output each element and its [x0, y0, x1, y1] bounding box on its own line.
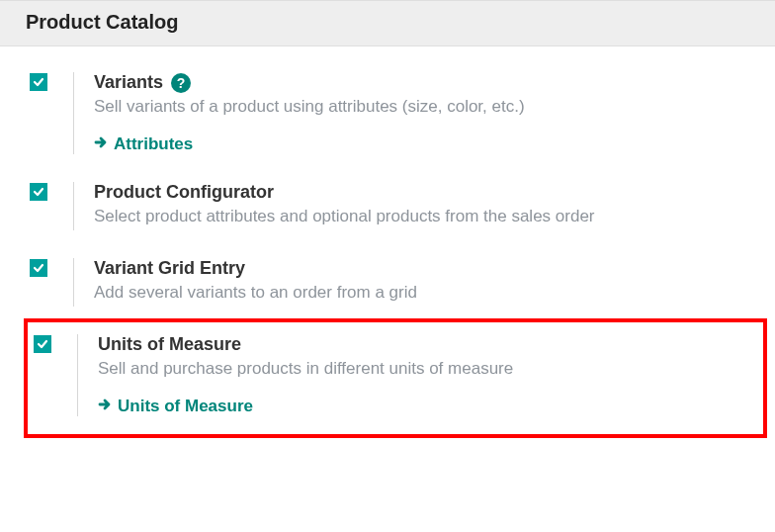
checkbox-variants[interactable] [30, 73, 47, 91]
settings-page: Product Catalog Variants ? Sell variants… [0, 0, 775, 454]
setting-title: Variant Grid Entry [94, 258, 245, 279]
check-icon [33, 76, 44, 88]
setting-title: Variants [94, 72, 163, 93]
setting-description: Sell and purchase products in different … [98, 359, 753, 379]
link-label: Units of Measure [118, 397, 253, 416]
vertical-divider [73, 258, 74, 307]
setting-description: Select product attributes and optional p… [94, 207, 761, 226]
check-icon [33, 262, 44, 274]
arrow-right-icon [94, 134, 108, 154]
setting-row-variant-grid-entry: Variant Grid Entry Add several variants … [24, 242, 767, 318]
settings-list: Variants ? Sell variants of a product us… [0, 46, 775, 454]
link-label: Attributes [114, 134, 193, 154]
setting-title: Product Configurator [94, 182, 274, 203]
setting-title-row: Variant Grid Entry [94, 258, 761, 279]
setting-title-row: Variants ? [94, 72, 761, 93]
link-attributes[interactable]: Attributes [94, 134, 193, 154]
link-units-of-measure[interactable]: Units of Measure [98, 397, 253, 416]
checkbox-product-configurator[interactable] [30, 183, 47, 201]
setting-content: Units of Measure Sell and purchase produ… [98, 334, 753, 416]
check-icon [37, 338, 48, 350]
vertical-divider [77, 334, 78, 416]
setting-row-product-configurator: Product Configurator Select product attr… [24, 166, 767, 242]
setting-content: Variants ? Sell variants of a product us… [94, 72, 761, 154]
setting-row-units-of-measure: Units of Measure Sell and purchase produ… [28, 322, 759, 434]
checkbox-units-of-measure[interactable] [34, 335, 51, 353]
checkbox-col [34, 334, 75, 353]
setting-content: Variant Grid Entry Add several variants … [94, 258, 761, 307]
highlighted-setting-units-of-measure: Units of Measure Sell and purchase produ… [24, 318, 767, 438]
setting-description: Add several variants to an order from a … [94, 283, 761, 303]
vertical-divider [73, 72, 74, 154]
arrow-right-icon [98, 397, 112, 416]
setting-content: Product Configurator Select product attr… [94, 182, 761, 230]
setting-description: Sell variants of a product using attribu… [94, 97, 761, 117]
checkbox-col [30, 182, 71, 201]
help-icon[interactable]: ? [171, 73, 191, 93]
vertical-divider [73, 182, 74, 230]
checkbox-col [30, 72, 71, 91]
setting-title: Units of Measure [98, 334, 241, 355]
setting-title-row: Product Configurator [94, 182, 761, 203]
checkbox-variant-grid-entry[interactable] [30, 259, 47, 277]
setting-row-variants: Variants ? Sell variants of a product us… [24, 56, 767, 166]
section-title: Product Catalog [26, 11, 178, 33]
section-header: Product Catalog [0, 0, 775, 46]
check-icon [33, 186, 44, 198]
setting-title-row: Units of Measure [98, 334, 753, 355]
checkbox-col [30, 258, 71, 277]
